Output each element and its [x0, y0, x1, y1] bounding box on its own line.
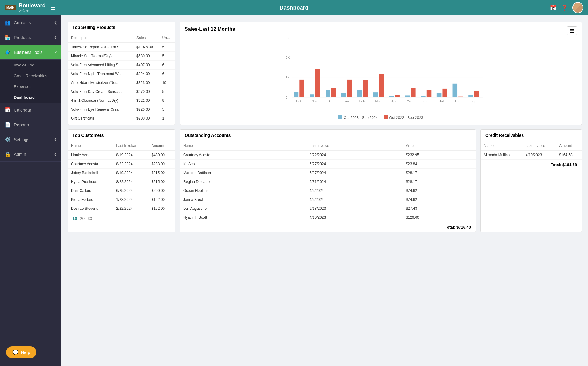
customer-name: Jobey Bachshell — [68, 169, 113, 177]
outstanding-amount: $28.17 — [403, 169, 476, 177]
customer-amount: $152.00 — [148, 204, 175, 213]
top-products-table: Description Sales Un... TimeWise Repair … — [68, 33, 175, 123]
bar-current — [310, 94, 314, 97]
bar-current — [468, 95, 473, 97]
customer-amount: $430.00 — [148, 151, 175, 160]
table-row: Antioxidant Moisturizer (Nor... $323.00 … — [68, 78, 175, 87]
page-30[interactable]: 30 — [88, 216, 92, 221]
product-units: 1 — [159, 114, 175, 123]
bar-prev — [427, 90, 432, 97]
col-sales: Sales — [133, 33, 159, 43]
customers-col-name: Name — [68, 141, 113, 151]
credit-total: Total: $164.58 — [481, 160, 582, 169]
sidebar-item-business-tools[interactable]: 🧳 Business Tools ∨ — [0, 45, 61, 60]
menu-hamburger-icon[interactable]: ☰ — [50, 4, 55, 11]
customer-invoice: 8/19/2024 — [113, 151, 148, 160]
sidebar-sub-expenses[interactable]: Expenses — [0, 81, 61, 92]
avatar[interactable] — [572, 2, 583, 13]
customer-invoice: 8/22/2024 — [113, 177, 148, 186]
sales-chart-panel: Sales-Last 12 Months ☰ 3K 2K 1K 0 OctNov… — [180, 22, 582, 125]
products-icon: 🏪 — [5, 34, 11, 40]
sidebar-sub-invoice-log[interactable]: Invoice Log — [0, 60, 61, 70]
product-sales: $220.00 — [133, 105, 159, 114]
calendar-icon[interactable]: 📅 — [550, 4, 556, 11]
credit-receivables-table: Name Last Invoice Amount Miranda Mullins… — [481, 141, 582, 160]
contacts-icon: 👥 — [5, 20, 11, 26]
credit-amount: $164.58 — [556, 151, 582, 160]
sidebar-sub-credit-receivables[interactable]: Credit Receivables — [0, 70, 61, 81]
product-description: Volu-Firm Night Treatment W... — [68, 70, 133, 78]
outstanding-accounts-panel: Outstanding Accounts Name Last Invoice A… — [180, 129, 476, 232]
table-row: Miranda Mullins 4/10/2023 $164.58 — [481, 151, 582, 160]
bar-prev — [442, 89, 447, 97]
product-units: 5 — [159, 105, 175, 114]
outstanding-name: Ocean Hopkins — [180, 186, 306, 195]
outstanding-invoice: 6/27/2024 — [306, 169, 403, 177]
page-20[interactable]: 20 — [80, 216, 84, 221]
table-row: Regina Delgado 5/31/2024 $28.17 — [180, 177, 476, 186]
chart-month-label: Jun — [423, 99, 428, 103]
bar-current — [421, 96, 426, 97]
bar-prev — [331, 88, 336, 97]
table-row: Linnie Aers 8/19/2024 $430.00 — [68, 151, 175, 160]
outstanding-name: Courtney Acosta — [180, 151, 306, 160]
outstanding-amount: $23.84 — [403, 160, 476, 169]
admin-icon: 🔒 — [5, 151, 11, 157]
sidebar-item-admin[interactable]: 🔒 Admin ❮ — [0, 147, 61, 162]
chart-month-label: Aug — [455, 99, 460, 103]
top-nav: MAIN Boulevard online ☰ Dashboard 📅 ❓ — [0, 0, 588, 15]
outstanding-invoice: 9/18/2023 — [306, 204, 403, 213]
outstanding-name: Marjorie Battison — [180, 169, 306, 177]
customer-amount: $200.00 — [148, 186, 175, 195]
legend-current: Oct 2023 - Sep 2024 — [338, 115, 378, 120]
pagination: 10 20 30 — [68, 213, 175, 224]
credit-name: Miranda Mullins — [481, 151, 523, 160]
credit-invoice: 4/10/2023 — [523, 151, 556, 160]
chart-month-label: Nov — [311, 99, 318, 103]
credit-receivables-panel: Credit Receivables Name Last Invoice Amo… — [480, 129, 582, 232]
outstanding-name: Regina Delgado — [180, 177, 306, 186]
calendar-sidebar-icon: 📅 — [5, 107, 11, 113]
sidebar-item-reports[interactable]: 📄 Reports — [0, 117, 61, 132]
outstanding-name: Janna Brock — [180, 195, 306, 204]
table-row: Janna Brock 4/5/2024 $74.62 — [180, 195, 476, 204]
product-sales: $323.00 — [133, 78, 159, 87]
table-row: Volu-Firm Advanced Lifting S... $407.00 … — [68, 61, 175, 70]
outstanding-col-name: Name — [180, 141, 306, 151]
outstanding-amount: $74.62 — [403, 195, 476, 204]
outstanding-total: Total: $716.40 — [180, 222, 476, 232]
sidebar-item-products[interactable]: 🏪 Products ❮ — [0, 30, 61, 45]
top-customers-table: Name Last Invoice Amount Linnie Aers 8/1… — [68, 141, 175, 213]
outstanding-invoice: 4/5/2024 — [306, 195, 403, 204]
bar-prev — [299, 80, 304, 97]
table-row: Miracle Set (Normal/Dry) $580.00 5 — [68, 52, 175, 61]
customer-invoice: 8/19/2024 — [113, 169, 148, 177]
customer-name: Desirae Stevens — [68, 204, 113, 213]
table-row: Volu-Firm Eye Renewal Cream $220.00 5 — [68, 105, 175, 114]
outstanding-amount: $74.62 — [403, 186, 476, 195]
product-sales: $200.00 — [133, 114, 159, 123]
help-circle-icon[interactable]: ❓ — [561, 4, 568, 11]
outstanding-invoice: 8/22/2024 — [306, 151, 403, 160]
outstanding-amount: $27.43 — [403, 204, 476, 213]
table-row: Volu-Firm Night Treatment W... $324.00 6 — [68, 70, 175, 78]
bar-current — [389, 96, 394, 97]
table-row: Hyacinth Scott 4/10/2023 $126.60 — [180, 213, 476, 222]
credit-receivables-title: Credit Receivables — [481, 130, 582, 141]
bar-prev — [347, 80, 352, 97]
nav-right: 📅 ❓ — [550, 2, 583, 13]
product-sales: $324.00 — [133, 70, 159, 78]
sidebar-item-calendar[interactable]: 📅 Calendar — [0, 103, 61, 117]
help-button[interactable]: 💬 Help — [6, 346, 36, 358]
customer-name: Linnie Aers — [68, 151, 113, 160]
chart-menu-button[interactable]: ☰ — [567, 26, 577, 35]
outstanding-amount: $126.60 — [403, 213, 476, 222]
sidebar-item-settings[interactable]: ⚙️ Settings ❮ — [0, 132, 61, 147]
page-10[interactable]: 10 — [73, 216, 77, 221]
table-row: Marjorie Battison 6/27/2024 $28.17 — [180, 169, 476, 177]
customer-invoice: 8/22/2024 — [113, 160, 148, 169]
sidebar-sub-dashboard[interactable]: Dashboard — [0, 92, 61, 103]
bar-prev — [458, 97, 463, 97]
sidebar-item-contacts[interactable]: 👥 Contacts ❮ — [0, 15, 61, 30]
outstanding-amount: $232.95 — [403, 151, 476, 160]
